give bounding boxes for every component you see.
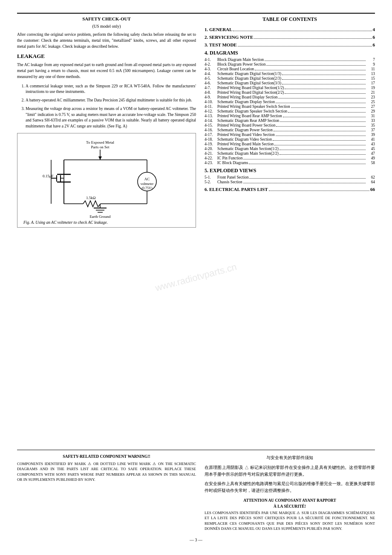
list-item: A commercial leakage tester, such as the… (26, 84, 196, 95)
toc-sub-label: Printed Wiring Board Display Section (217, 95, 277, 99)
svg-marker-3 (98, 156, 102, 160)
toc-sub-dots (282, 75, 366, 75)
toc-sub-label: Printed Wiring Board Rear AMP Section (217, 114, 282, 118)
toc-sub-label: Schematic Diagram Video Section (217, 137, 272, 142)
toc-sub-dots (280, 121, 366, 122)
toc-sub-page: 23 (366, 95, 375, 99)
toc-sub-page: 37 (366, 128, 375, 132)
toc-sub-num: 4-3. (205, 67, 217, 71)
french-title-2: À LA SÉCURITÉ! (205, 504, 375, 509)
top-rule (17, 13, 375, 14)
circuit-diagram: To Exposed Metal Parts on Set (38, 138, 175, 219)
svg-text:AC: AC (144, 177, 150, 181)
toc-sub-page: 17 (366, 81, 375, 85)
bottom-left: SAFETY-RELATED COMPONENT WARNING!! COMPO… (17, 454, 196, 532)
toc-sub-row: 4-19.Printed Wiring Board Main Section43 (205, 142, 375, 146)
toc-sub-num: 4-6. (205, 81, 217, 85)
toc-subsections-5: 5-1.Front Panel Section625-2.Chassis Sec… (205, 175, 375, 184)
warning-title: SAFETY-RELATED COMPONENT WARNING!! (17, 454, 196, 459)
toc-sub-row: 4-18.Schematic Diagram Video Section41 (205, 137, 375, 142)
toc-sub-label: Schematic Diagram Digital Section(1/3) (217, 72, 281, 76)
toc-sub-row: 4-10.Schematic Diagram Display Section25 (205, 100, 375, 104)
toc-exploded-title: 5. EXPLODED VIEWS (205, 168, 375, 174)
toc-sub-row: 4-12.Schematic Diagram Speaker Switch Se… (205, 109, 375, 113)
toc-sub-label: IC Pin Function (217, 156, 242, 160)
toc-sub-row: 5-2.Chassis Section64 (205, 180, 375, 184)
toc-sub-dots (266, 65, 366, 66)
toc-main-row-2: 2. SERVICEING NOTE 6 (205, 35, 375, 40)
toc-sub-row: 4-16.Schematic Diagram Power Section37 (205, 128, 375, 132)
toc-section-5: 5. EXPLODED VIEWS 5-1.Front Panel Sectio… (205, 168, 375, 184)
toc-sub-dots (243, 183, 366, 183)
toc-sub-label: Printed Wiring Board Power Section (217, 123, 275, 127)
toc-sub-dots (285, 93, 366, 94)
toc-sub-dots (265, 61, 366, 61)
toc-sub-row: 4-13.Printed Wiring Board Rear AMP Secti… (205, 114, 375, 118)
toc-sub-label: Printed Wiring Board Digital Section(2/2… (217, 90, 284, 95)
toc-sub-row: 4-9.Printed Wiring Board Display Section… (205, 95, 375, 99)
toc-main-row-3: 3. TEST MODE 6 (205, 42, 375, 47)
svg-text:voltmeter: voltmeter (141, 182, 154, 186)
bottom-right: 与安全有关的零部件须知 在原理图上用阴影及 △ 标记来识别的零部件在安全操作上是… (205, 454, 375, 532)
toc-sub-num: 4-1. (205, 58, 217, 62)
toc-sub-num: 4-4. (205, 72, 217, 76)
toc-sub-dots (288, 112, 366, 113)
toc-sub-num: 4-7. (205, 86, 217, 90)
toc-sub-row: 4-7.Printed Wiring Board Digital Section… (205, 86, 375, 90)
toc-sub-num: 4-13. (205, 114, 217, 118)
toc-sub-dots (273, 140, 366, 141)
toc-sub-page: 27 (366, 104, 375, 109)
toc-diagrams-title: 4. DIAGRAMS (205, 50, 375, 56)
toc-sub-label: IC Block Diagrams (217, 161, 248, 165)
toc-sub-page: 9 (366, 62, 375, 66)
svg-text:(0.75V): (0.75V) (141, 186, 152, 190)
toc-sub-row: 4-8.Printed Wiring Board Digital Section… (205, 90, 375, 95)
toc-sub-page: 43 (366, 142, 375, 146)
toc-sub-dots (283, 117, 366, 117)
toc-sub-dots (274, 131, 366, 131)
page: SAFETY CHECK-OUT (US model only) After c… (0, 0, 392, 555)
safety-subtitle: (US model only) (17, 24, 196, 29)
toc-sub-page: 19 (366, 86, 375, 90)
toc-sub-label: Schematic Diagram Power Section (217, 128, 273, 132)
bottom-content: SAFETY-RELATED COMPONENT WARNING!! COMPO… (17, 454, 375, 532)
toc-sub-dots (249, 178, 366, 179)
list-item: Measuring the voltage drop across a resi… (26, 106, 196, 130)
main-content: SAFETY CHECK-OUT (US model only) After c… (17, 16, 375, 444)
toc-section-1: 1. GENERAL 4 (205, 27, 375, 32)
toc-sub-num: 4-21. (205, 151, 217, 156)
toc-sub-page: 47 (366, 151, 375, 156)
toc-sub-page: 25 (366, 100, 375, 104)
toc-sub-num: 4-5. (205, 76, 217, 81)
toc-sub-row: 4-20.Schematic Diagram Main Section(1/2)… (205, 147, 375, 151)
bottom-divider (17, 450, 375, 450)
svg-text:Earth Ground: Earth Ground (89, 214, 111, 219)
list-item: A battery-operated AC milliammeter. The … (26, 98, 196, 104)
toc-sub-label: Schematic Diagram Rear AMP Section (217, 119, 279, 123)
toc-sub-row: 4-2.Block Diagram Power Section9 (205, 62, 375, 66)
toc-sub-num: 4-15. (205, 123, 217, 127)
diagram-box: To Exposed Metal Parts on Set (17, 133, 196, 228)
toc-sub-dots (291, 107, 366, 108)
toc-sub-page: 45 (366, 147, 375, 151)
toc-sub-label: Schematic Diagram Digital Section(2/3) (217, 76, 281, 81)
toc-sub-page: 15 (366, 76, 375, 81)
toc-sub-row: 4-1.Block Diagram Main Section7 (205, 58, 375, 62)
toc-sub-page: 7 (366, 58, 375, 62)
chinese-body-2: 在安全操作上具有关键性的电路调整与索尼公司出版的维修手册完全一致。在更换关键零部… (205, 480, 375, 494)
toc-sub-dots (278, 98, 366, 98)
toc-sub-row: 4-14.Schematic Diagram Rear AMP Section3… (205, 119, 375, 123)
toc-sub-dots (280, 154, 366, 155)
toc-sub-row: 4-15.Printed Wiring Board Power Section3… (205, 123, 375, 127)
toc-sub-label: Circuit Board Location (217, 67, 254, 71)
toc-section-2: 2. SERVICEING NOTE 6 (205, 35, 375, 40)
chinese-body-1: 在原理图上用阴影及 △ 标记来识别的零部件在安全操作上是具有关键性的。这些零部件… (205, 464, 375, 478)
safety-title: SAFETY CHECK-OUT (17, 16, 196, 21)
french-title-1: ATTENTION AU COMPOSANT AYANT RAPPORT (205, 498, 375, 503)
toc-sub-dots (282, 84, 366, 84)
toc-subsections-4: 4-1.Block Diagram Main Section74-2.Block… (205, 58, 375, 165)
svg-text:Parts on Set: Parts on Set (91, 145, 110, 149)
toc-label-3: 3. TEST MODE (205, 42, 237, 47)
left-column: SAFETY CHECK-OUT (US model only) After c… (17, 16, 196, 444)
toc-main-row-6: 6. ELECTRICAL PARTS LIST 66 (205, 187, 375, 192)
